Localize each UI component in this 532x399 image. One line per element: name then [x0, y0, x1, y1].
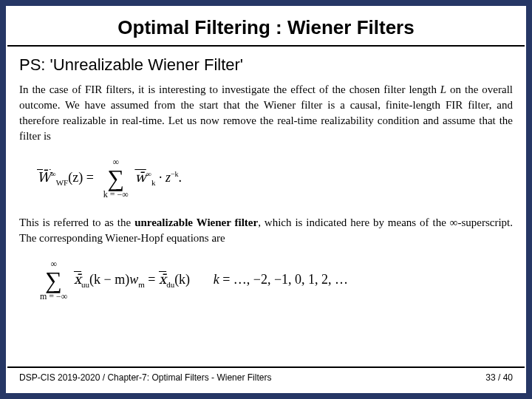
footer: DSP-CIS 2019-2020 / Chapter-7: Optimal F… [6, 366, 526, 383]
eq1-sum: ∞ ∑ k = −∞ [103, 157, 129, 199]
slide-title: Optimal Filtering : Wiener Filters [6, 16, 526, 39]
eq2-xdu: x̄ [159, 272, 166, 287]
term-unrealizable: unrealizable Wiener filter [134, 216, 258, 228]
slide-subtitle: PS: 'Unrealizable Wiener Filter' [19, 55, 513, 75]
footer-page-number: 33 / 40 [485, 372, 513, 383]
slide-frame: Optimal Filtering : Wiener Filters PS: '… [6, 6, 526, 393]
footer-left: DSP-CIS 2019-2020 / Chapter-7: Optimal F… [19, 372, 271, 383]
eq2-sum: ∞ ∑ m = −∞ [40, 259, 67, 301]
eq1-wk: w̄ [134, 170, 146, 185]
title-divider [7, 45, 525, 47]
eq2-xuu: x̄ [74, 272, 81, 287]
body-excerpt: In the case of FIR filters, it is intere… [19, 82, 513, 333]
paragraph-1: In the case of FIR filters, it is intere… [19, 82, 513, 144]
equation-1: W̄∞WF(z) = ∞ ∑ k = −∞ w̄∞k · z−k. [37, 157, 513, 199]
var-L: L [440, 83, 446, 95]
equation-2: ∞ ∑ m = −∞ x̄uu(k − m)wm = x̄du(k) k = …… [37, 259, 513, 301]
paragraph-2: This is referred to as the unrealizable … [19, 215, 513, 246]
eq1-lhs-W: W̄ [37, 170, 51, 185]
